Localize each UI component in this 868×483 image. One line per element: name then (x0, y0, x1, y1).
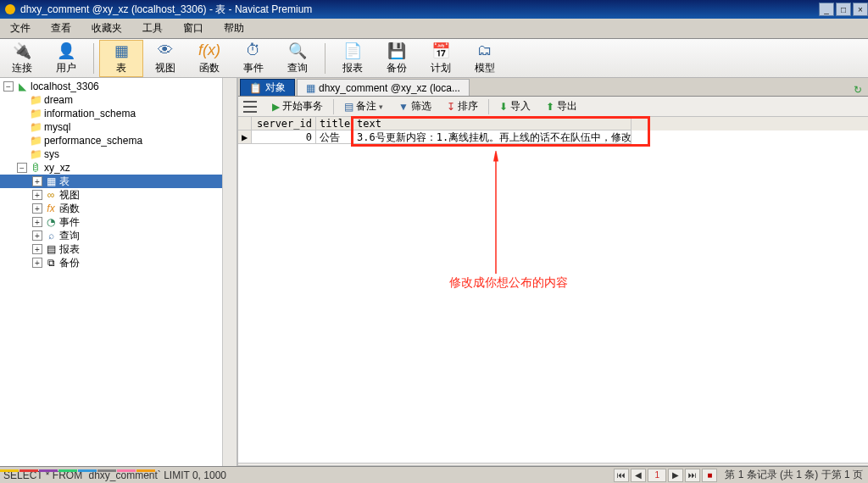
ab-memo[interactable]: ▤备注 (339, 97, 388, 115)
tb-model[interactable]: 🗂模型 (463, 40, 507, 77)
tree-events[interactable]: +◔事件 (0, 215, 223, 229)
ab-filter[interactable]: ▼筛选 (393, 97, 437, 115)
connection-tree[interactable]: −◣localhost_3306 📁dream 📁information_sch… (0, 78, 237, 466)
tb-backup[interactable]: 💾备份 (375, 40, 419, 77)
window-title: dhxy_comment @xy_xz (localhost_3306) - 表… (20, 3, 817, 17)
statusbar: SELECT * FROM `dhxy_comment` LIMIT 0, 10… (0, 466, 868, 483)
ab-begin[interactable]: ▶开始事务 (267, 97, 328, 115)
close-button[interactable]: × (853, 3, 868, 16)
row-indicator: ▶ (238, 130, 252, 144)
page-first[interactable]: ⏮ (614, 469, 629, 482)
table-icon: ▦ (44, 175, 58, 188)
tree-backups[interactable]: +⧉备份 (0, 256, 223, 269)
event-icon: ◔ (44, 215, 58, 229)
col-title[interactable]: title (316, 117, 353, 130)
svg-point-0 (5, 4, 15, 14)
page-prev[interactable]: ◀ (631, 469, 646, 482)
model-icon: 🗂 (476, 42, 494, 60)
page-num[interactable]: 1 (648, 469, 666, 482)
grid-footer-bar[interactable] (238, 463, 868, 466)
query-icon: 🔍 (288, 42, 307, 60)
memo-icon: ▤ (344, 101, 353, 113)
database-icon: 📁 (29, 147, 42, 161)
tab-refresh[interactable]: ↻ (848, 84, 868, 96)
schedule-icon: 📅 (431, 42, 450, 60)
backup-icon: ⧉ (44, 256, 58, 269)
tree-tables[interactable]: +▦表 (0, 175, 223, 188)
menu-help[interactable]: 帮助 (214, 18, 254, 39)
tree-funcs[interactable]: +fx函数 (0, 202, 223, 215)
tb-func[interactable]: f(x)函数 (187, 40, 231, 77)
tree-reports[interactable]: +▤报表 (0, 242, 223, 256)
tree-db[interactable]: 📁sys (0, 147, 223, 161)
table-icon: ▦ (112, 42, 131, 60)
scroll-up[interactable]: ▲ (224, 78, 236, 90)
separator (93, 43, 94, 74)
export-icon: ⬆ (546, 101, 554, 113)
actionbar: ▶开始事务 ▤备注 ▼筛选 ↧排序 ⬇导入 ⬆导出 (238, 97, 868, 117)
pager: ⏮ ◀ 1 ▶ ⏭ ■ 第 1 条记录 (共 1 条) 于第 1 页 (613, 468, 868, 482)
tb-event[interactable]: ⏱事件 (231, 40, 275, 77)
menubar: 文件 查看 收藏夹 工具 窗口 帮助 (0, 19, 868, 39)
tb-schedule[interactable]: 📅计划 (419, 40, 463, 77)
ab-sort[interactable]: ↧排序 (442, 97, 483, 115)
minimize-button[interactable]: _ (819, 3, 834, 16)
color-strip (0, 463, 237, 466)
tab-objects[interactable]: 📋对象 (240, 79, 295, 96)
main-toolbar: 🔌连接 👤用户 ▦表 👁视图 f(x)函数 ⏱事件 🔍查询 📄报表 💾备份 📅计… (0, 39, 868, 78)
tree-db[interactable]: 📁information_schema (0, 107, 223, 120)
tb-query[interactable]: 🔍查询 (275, 40, 320, 77)
database-icon: 📁 (29, 93, 42, 107)
ab-export[interactable]: ⬆导出 (541, 97, 582, 115)
page-last[interactable]: ⏭ (685, 469, 700, 482)
page-next[interactable]: ▶ (668, 469, 683, 482)
view-icon: ∞ (44, 188, 58, 202)
function-icon: f(x) (200, 42, 219, 60)
tb-user[interactable]: 👤用户 (44, 40, 88, 77)
ab-import[interactable]: ⬇导入 (494, 97, 536, 115)
page-stop[interactable]: ■ (702, 469, 717, 482)
tree-db[interactable]: 📁mysql (0, 120, 223, 134)
tab-table[interactable]: ▦dhxy_comment @xy_xz (loca... (297, 79, 470, 96)
tree-connection[interactable]: −◣localhost_3306 (0, 80, 223, 93)
tree-views[interactable]: +∞视图 (0, 188, 223, 202)
tree-queries[interactable]: +⌕查询 (0, 229, 223, 242)
separator (325, 43, 326, 74)
app-icon (3, 3, 17, 16)
objects-icon: 📋 (249, 82, 262, 94)
menu-file[interactable]: 文件 (0, 18, 41, 39)
tb-connect[interactable]: 🔌连接 (0, 40, 44, 77)
menu-window[interactable]: 窗口 (173, 18, 214, 39)
user-icon: 👤 (57, 42, 75, 60)
report-icon: 📄 (343, 42, 362, 60)
content-tabs: 📋对象 ▦dhxy_comment @xy_xz (loca... ↻ (238, 78, 868, 97)
col-server_id[interactable]: server_id (252, 117, 316, 130)
cell-title[interactable]: 公告 (316, 130, 353, 144)
col-text[interactable]: text (353, 117, 632, 130)
event-icon: ⏱ (244, 42, 263, 60)
annotation-text: 修改成你想公布的内容 (449, 275, 568, 291)
menu-fav[interactable]: 收藏夹 (81, 18, 132, 39)
cell-server_id[interactable]: 0 (252, 130, 316, 144)
tree-db[interactable]: 📁performance_schema (0, 134, 223, 147)
tree-db[interactable]: 📁dream (0, 93, 223, 107)
table-icon: ▦ (306, 82, 315, 94)
cell-text[interactable]: 3.6号更新内容：1.离线挂机。再上线的话不在队伍中，修改为自动进队 (353, 130, 632, 144)
maximize-button[interactable]: □ (836, 3, 851, 16)
tree-db-open[interactable]: −🛢xy_xz (0, 161, 223, 175)
table-row[interactable]: ▶ 0 公告 3.6号更新内容：1.离线挂机。再上线的话不在队伍中，修改为自动进… (238, 130, 868, 144)
menu-view[interactable]: 查看 (41, 18, 81, 39)
plug-icon: 🔌 (13, 42, 31, 60)
database-icon: 📁 (29, 134, 42, 147)
import-icon: ⬇ (499, 101, 508, 113)
report-icon: ▤ (44, 242, 58, 256)
tb-table[interactable]: ▦表 (99, 40, 143, 77)
tb-view[interactable]: 👁视图 (143, 40, 187, 77)
backup-icon: 💾 (387, 42, 406, 60)
tb-report[interactable]: 📄报表 (331, 40, 375, 77)
menu-icon[interactable] (243, 101, 257, 113)
database-icon: 🛢 (29, 161, 42, 175)
database-icon: 📁 (29, 107, 42, 120)
main-pane: 📋对象 ▦dhxy_comment @xy_xz (loca... ↻ ▶开始事… (237, 78, 868, 466)
menu-tools[interactable]: 工具 (132, 18, 173, 39)
